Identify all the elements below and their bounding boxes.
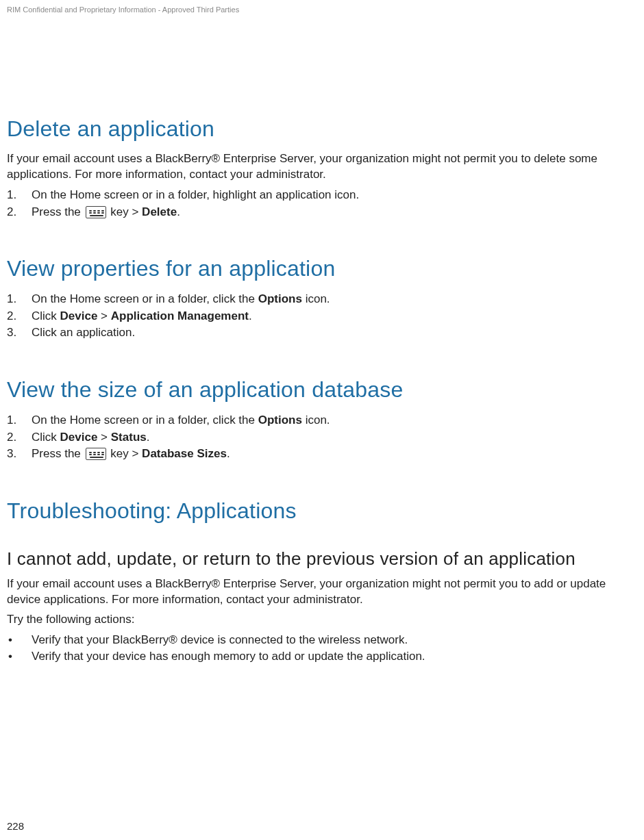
step-text: On the Home screen or in a folder, highl… <box>32 188 359 201</box>
list-item: Verify that your BlackBerry® device is c… <box>7 632 637 649</box>
list-item: 1. On the Home screen or in a folder, cl… <box>7 291 637 308</box>
trouble-bullets: Verify that your BlackBerry® device is c… <box>7 632 637 665</box>
viewsize-steps-list: 1. On the Home screen or in a folder, cl… <box>7 412 637 463</box>
step-text: Press the key > Database Sizes. <box>32 447 230 460</box>
trouble-paragraph-2: Try the following actions: <box>7 612 637 628</box>
delete-steps-list: 1.On the Home screen or in a folder, hig… <box>7 187 637 220</box>
heading-view-properties: View properties for an application <box>7 256 637 281</box>
step-text: Click Device > Application Management. <box>32 309 252 322</box>
list-item: 2. Press the key > Delete. <box>7 204 637 221</box>
subheading-cannot-add-update: I cannot add, update, or return to the p… <box>7 548 637 570</box>
confidential-header: RIM Confidential and Proprietary Informa… <box>7 5 637 14</box>
heading-view-size: View the size of an application database <box>7 377 637 403</box>
list-item: Verify that your device has enough memor… <box>7 648 637 665</box>
step-text: Press the key > Delete. <box>32 205 180 218</box>
step-text: On the Home screen or in a folder, click… <box>32 292 330 305</box>
menu-key-icon <box>86 206 106 218</box>
list-item: 2. Click Device > Status. <box>7 429 637 446</box>
heading-troubleshooting: Troubleshooting: Applications <box>7 498 637 524</box>
page-number: 228 <box>7 820 24 832</box>
bullet-text: Verify that your BlackBerry® device is c… <box>32 633 408 646</box>
step-text: Click an application. <box>32 326 135 339</box>
list-item: 1.On the Home screen or in a folder, hig… <box>7 187 637 204</box>
list-item: 1. On the Home screen or in a folder, cl… <box>7 412 637 429</box>
heading-delete-application: Delete an application <box>7 116 637 142</box>
list-item: 2. Click Device > Application Management… <box>7 308 637 325</box>
list-item: 3.Click an application. <box>7 324 637 342</box>
delete-intro-paragraph: If your email account uses a BlackBerry®… <box>7 151 637 183</box>
bullet-text: Verify that your device has enough memor… <box>32 650 425 663</box>
viewprops-steps-list: 1. On the Home screen or in a folder, cl… <box>7 291 637 342</box>
list-item: 3. Press the key > Database Sizes. <box>7 446 637 463</box>
menu-key-icon <box>86 448 106 460</box>
step-text: Click Device > Status. <box>32 431 149 444</box>
trouble-paragraph-1: If your email account uses a BlackBerry®… <box>7 576 637 608</box>
step-text: On the Home screen or in a folder, click… <box>32 413 330 427</box>
